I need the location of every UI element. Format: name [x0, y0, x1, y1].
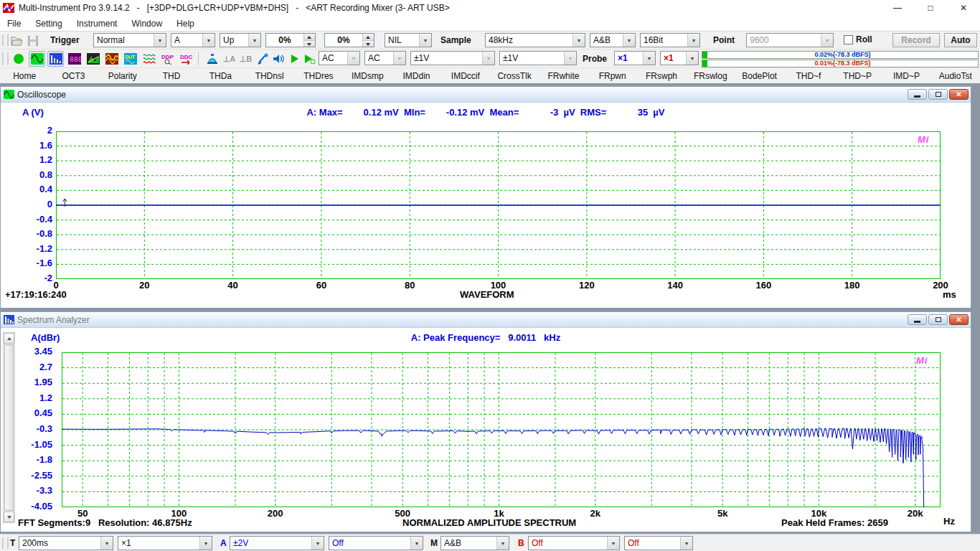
math-mode-select[interactable]: A&B: [440, 536, 509, 550]
checkbox-box[interactable]: [844, 35, 853, 44]
tab-thd-f[interactable]: THD~f: [784, 68, 833, 84]
ddc-array-viewer-button[interactable]: DDC: [178, 51, 194, 67]
trigger-mode-select[interactable]: Normal: [93, 33, 166, 47]
calibration-probe-button[interactable]: [254, 51, 270, 67]
timebase-label: T: [10, 534, 15, 551]
channel-a-function-select[interactable]: Off: [329, 536, 423, 550]
channel-b-function-select[interactable]: Off: [528, 536, 620, 550]
vibrometer-button[interactable]: [204, 51, 220, 67]
timebase-multiplier-select[interactable]: ×1: [118, 536, 212, 550]
close-button[interactable]: ✕: [947, 0, 980, 16]
tab-frpwn[interactable]: FRpwn: [588, 68, 637, 84]
spectrum-titlebar[interactable]: Spectrum Analyzer ✕: [1, 312, 971, 328]
tab-audiotst[interactable]: AudioTst: [931, 68, 980, 84]
open-file-button[interactable]: [9, 33, 25, 49]
chevron-down-icon: [680, 537, 692, 550]
spinner-arrows[interactable]: [303, 34, 315, 47]
minimize-button[interactable]: —: [881, 0, 914, 16]
signal-generator-button[interactable]: [103, 51, 120, 67]
tab-imdccif[interactable]: IMDccif: [441, 68, 490, 84]
window-minimize-button[interactable]: [908, 314, 927, 325]
tab-imdsmp[interactable]: IMDsmp: [343, 68, 392, 84]
record-button: Record: [892, 33, 940, 47]
sampling-channels-select[interactable]: A&B: [590, 33, 636, 47]
title-bar[interactable]: Multi-Instrument Pro 3.9.14.2 - [+3DP+DL…: [0, 0, 980, 16]
tab-crosstlk[interactable]: CrossTlk: [490, 68, 539, 84]
test-panel-tabs: HomeOCT3PolarityTHDTHDaTHDnslTHDresIMDsm…: [0, 67, 980, 84]
arrow-up-icon[interactable]: [363, 34, 374, 41]
oscilloscope-plot[interactable]: [56, 131, 941, 279]
trigger-level-spinner[interactable]: 0%: [265, 33, 316, 47]
window-minimize-button[interactable]: [908, 89, 927, 100]
tab-thd[interactable]: THD: [147, 68, 196, 84]
window-close-button[interactable]: ✕: [949, 314, 969, 325]
run-button[interactable]: [286, 51, 303, 67]
roll-checkbox[interactable]: Roll: [844, 34, 872, 44]
toolbar-grip[interactable]: [2, 52, 9, 65]
toolbar-grip[interactable]: [2, 537, 9, 549]
tab-frswph[interactable]: FRswph: [637, 68, 686, 84]
channel-b-function2-select[interactable]: Off: [624, 536, 693, 550]
menu-instrument[interactable]: Instrument: [70, 19, 125, 29]
trigger-frequency-reject-select[interactable]: NIL: [385, 33, 432, 47]
scope-y-tick-label: 1.6: [1, 141, 52, 151]
window-close-button[interactable]: ✕: [949, 89, 969, 100]
probe-a-select[interactable]: ×1: [614, 51, 656, 65]
ddp-viewer-button[interactable]: DDP: [159, 51, 176, 67]
auto-button[interactable]: Auto: [944, 33, 977, 47]
maximize-button[interactable]: □: [914, 0, 947, 16]
coupling-a-select[interactable]: AC: [319, 51, 360, 65]
window-restore-button[interactable]: [928, 314, 948, 325]
range-b-select[interactable]: ±1V: [499, 51, 577, 65]
range-a-select[interactable]: ±1V: [410, 51, 495, 65]
save-file-button[interactable]: [24, 33, 41, 49]
arrow-down-icon[interactable]: [363, 41, 374, 47]
tab-frwhite[interactable]: FRwhite: [539, 68, 588, 84]
multimeter-button[interactable]: 888: [66, 51, 83, 67]
run-single-button[interactable]: [301, 51, 318, 67]
spectrum-y-tick-label: -1.8: [1, 455, 52, 465]
derived-data-curves-button[interactable]: [141, 51, 157, 67]
menu-file[interactable]: File: [0, 19, 28, 29]
trigger-source-select[interactable]: A: [171, 33, 215, 47]
timebase-select[interactable]: 200ms: [19, 536, 113, 550]
toolbar-grip[interactable]: [2, 34, 9, 46]
arrow-up-icon[interactable]: [304, 34, 315, 41]
spectrum-plot[interactable]: [62, 352, 941, 507]
sampling-rate-select[interactable]: 48kHz: [485, 33, 585, 47]
menu-window[interactable]: Window: [124, 19, 169, 29]
sampling-bits-select[interactable]: 16Bit: [640, 33, 700, 47]
window-restore-button[interactable]: [928, 89, 948, 100]
probe-b-select[interactable]: ×1: [660, 51, 699, 65]
trigger-edge-select[interactable]: Up: [220, 33, 261, 47]
chevron-down-icon: [154, 34, 166, 47]
run-indicator-button[interactable]: [10, 51, 27, 67]
tab-oct3[interactable]: OCT3: [49, 68, 98, 84]
spectrum-client: A(dBr) A: Peak Frequency= 9.0011 kHz Mi …: [1, 328, 971, 532]
tab-imddin[interactable]: IMDdin: [392, 68, 440, 84]
oscilloscope-button[interactable]: [29, 51, 45, 67]
tab-bodeplot[interactable]: BodePlot: [735, 68, 783, 84]
menu-help[interactable]: Help: [169, 19, 202, 29]
probe-label: Probe: [583, 50, 607, 68]
sound-device-button[interactable]: [270, 51, 287, 67]
tab-thd-p[interactable]: THD~P: [833, 68, 882, 84]
scroll-down-button[interactable]: [4, 512, 14, 522]
menu-setting[interactable]: Setting: [28, 19, 69, 29]
spectrum-3d-plot-button[interactable]: [85, 51, 101, 67]
arrow-down-icon[interactable]: [304, 41, 315, 47]
tab-frswlog[interactable]: FRswlog: [686, 68, 735, 84]
channel-a-range-select[interactable]: ±2V: [230, 536, 324, 550]
tab-imd-p[interactable]: IMD~P: [882, 68, 930, 84]
oscilloscope-titlebar[interactable]: Oscilloscope ✕: [1, 87, 971, 103]
tab-thdnsl[interactable]: THDnsl: [245, 68, 293, 84]
spectrum-analyzer-button[interactable]: [47, 51, 64, 67]
spinner-arrows[interactable]: [362, 34, 374, 47]
trigger-delay-spinner[interactable]: 0%: [324, 33, 374, 47]
device-test-plan-button[interactable]: DUT: [122, 51, 138, 67]
tab-thda[interactable]: THDa: [196, 68, 245, 84]
tab-polarity[interactable]: Polarity: [98, 68, 147, 84]
coupling-b-select[interactable]: AC: [364, 51, 406, 65]
tab-home[interactable]: Home: [0, 68, 49, 84]
tab-thdres[interactable]: THDres: [294, 68, 343, 84]
